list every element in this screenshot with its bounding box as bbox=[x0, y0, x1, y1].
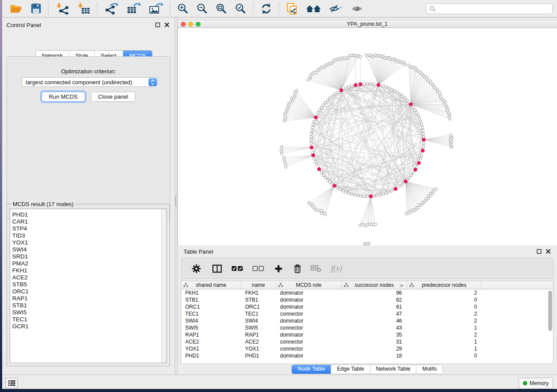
column-type-icon bbox=[183, 283, 188, 287]
mcds-result-item[interactable]: SWI5 bbox=[10, 309, 166, 316]
open-folder-icon bbox=[10, 3, 23, 14]
network-canvas[interactable] bbox=[177, 28, 557, 245]
delete-column-button[interactable] bbox=[293, 264, 302, 273]
mcds-result-item[interactable]: STB5 bbox=[10, 281, 166, 288]
zoom-selected-button[interactable] bbox=[234, 2, 247, 15]
mcds-result-item[interactable]: PHD1 bbox=[10, 211, 166, 218]
mcds-result-item[interactable]: STP4 bbox=[10, 225, 166, 232]
column-header-mcds-role[interactable]: MCDS role bbox=[276, 281, 342, 289]
table-panel-title: Table Panel bbox=[183, 248, 213, 255]
table-cell: 61 bbox=[342, 304, 407, 310]
table-row[interactable]: YOX1YOX1connector291 bbox=[181, 345, 553, 352]
close-panel-button[interactable]: Close panel bbox=[91, 92, 136, 102]
mcds-result-item[interactable]: YOX1 bbox=[10, 239, 166, 246]
mcds-result-item[interactable]: PMA2 bbox=[10, 260, 166, 267]
table-cell: TEC1 bbox=[241, 311, 276, 317]
open-file-button[interactable] bbox=[9, 2, 24, 15]
main-toolbar bbox=[2, 0, 557, 17]
float-panel-icon[interactable] bbox=[536, 249, 542, 254]
criterion-dropdown[interactable]: largest connected component (undirected) bbox=[22, 77, 158, 87]
table-row[interactable]: ORC1ORC1dominator610 bbox=[181, 303, 553, 310]
table-settings-button[interactable] bbox=[192, 264, 201, 273]
save-session-button[interactable] bbox=[30, 2, 42, 15]
sort-descending-icon[interactable] bbox=[400, 284, 404, 287]
import-table-button[interactable] bbox=[76, 2, 91, 15]
show-details-button[interactable] bbox=[349, 3, 364, 14]
table-cell: SWI4 bbox=[181, 318, 241, 324]
table-row[interactable]: TEC1TEC1connector472 bbox=[181, 310, 553, 317]
mcds-result-item[interactable]: CAR1 bbox=[10, 218, 166, 225]
mcds-result-item[interactable]: SRD1 bbox=[10, 253, 166, 260]
table-cell: 2 bbox=[407, 311, 481, 317]
hide-details-button[interactable] bbox=[329, 3, 343, 15]
zoom-in-button[interactable] bbox=[176, 2, 190, 15]
horizontal-splitter-grip[interactable] bbox=[363, 242, 370, 245]
apply-function-icon[interactable]: f(x) bbox=[331, 264, 342, 273]
run-mcds-button[interactable]: Run MCDS bbox=[42, 92, 85, 102]
delete-table-button[interactable] bbox=[311, 265, 322, 272]
mcds-result-item[interactable]: TEC1 bbox=[10, 316, 166, 323]
trash-icon bbox=[293, 264, 302, 273]
table-row[interactable]: RAP1RAP1dominator352 bbox=[181, 331, 553, 338]
table-cell: 46 bbox=[342, 318, 407, 324]
search-icon bbox=[429, 6, 436, 12]
deselect-all-button[interactable] bbox=[253, 266, 264, 271]
table-row[interactable]: FKH1FKH1dominator962 bbox=[181, 289, 553, 296]
mcds-result-item[interactable]: ORC1 bbox=[10, 288, 166, 295]
duplicate-network-button[interactable] bbox=[285, 2, 299, 16]
select-all-button[interactable] bbox=[232, 266, 243, 271]
column-header-name[interactable]: name bbox=[241, 281, 276, 289]
memory-button[interactable]: Memory bbox=[519, 378, 553, 389]
mcds-result-item[interactable]: ACE2 bbox=[10, 274, 166, 281]
network-graph[interactable] bbox=[178, 28, 557, 245]
float-panel-icon[interactable] bbox=[155, 22, 160, 28]
import-network-button[interactable] bbox=[55, 2, 70, 15]
table-row[interactable]: SWI4SWI4dominator462 bbox=[181, 317, 553, 324]
mcds-result-list: PHD1CAR1STP4TID3YOX1SWI4SRD1PMA2FKH1ACE2… bbox=[10, 209, 166, 330]
export-network-button[interactable] bbox=[104, 2, 120, 15]
close-panel-icon[interactable] bbox=[546, 249, 551, 254]
table-cell: STB1 bbox=[181, 297, 241, 303]
mcds-result-item[interactable]: STB1 bbox=[10, 302, 166, 309]
table-row[interactable]: SWI5SWI5connector431 bbox=[181, 324, 553, 331]
tab-edge-table[interactable]: Edge Table bbox=[331, 365, 370, 374]
export-table-button[interactable] bbox=[126, 2, 142, 15]
save-icon bbox=[31, 3, 42, 14]
table-cell: 62 bbox=[342, 297, 407, 303]
table-cell: STB1 bbox=[241, 297, 276, 303]
tab-network-table[interactable]: Network Table bbox=[370, 365, 417, 374]
mcds-result-item[interactable]: SWI4 bbox=[10, 246, 166, 253]
column-header-predecessor-nodes[interactable]: predecessor nodes bbox=[407, 281, 481, 289]
table-cell: dominator bbox=[276, 297, 342, 303]
network-window-titlebar[interactable]: YPA_prune.txt_1 bbox=[177, 20, 557, 28]
mcds-result-listbox: PHD1CAR1STP4TID3YOX1SWI4SRD1PMA2FKH1ACE2… bbox=[10, 209, 167, 363]
deselect-all-icon bbox=[253, 266, 264, 271]
mcds-result-item[interactable]: TID3 bbox=[10, 232, 166, 239]
add-column-button[interactable] bbox=[274, 265, 283, 273]
column-header-shared-name[interactable]: shared name bbox=[181, 281, 241, 289]
column-header-successor-nodes[interactable]: successor nodes bbox=[342, 281, 407, 289]
table-row[interactable]: ACE2ACE2connector311 bbox=[181, 338, 553, 345]
tab-node-table[interactable]: Node Table bbox=[292, 365, 331, 374]
zoom-fit-button[interactable] bbox=[215, 2, 228, 15]
search-field[interactable] bbox=[426, 3, 553, 14]
refresh-view-button[interactable] bbox=[259, 2, 273, 15]
table-row[interactable]: STB1STB1dominator620 bbox=[181, 296, 553, 303]
mcds-result-item[interactable]: GCR1 bbox=[10, 323, 166, 330]
search-input[interactable] bbox=[438, 5, 552, 12]
show-all-networks-button[interactable] bbox=[305, 3, 322, 15]
table-scrollbar-thumb[interactable] bbox=[548, 291, 552, 331]
mcds-result-scrollbar[interactable] bbox=[161, 209, 166, 363]
table-cell: 0 bbox=[407, 304, 481, 310]
close-panel-icon[interactable] bbox=[164, 22, 170, 28]
task-history-button[interactable] bbox=[5, 378, 18, 389]
mcds-result-group: MCDS result (17 nodes) PHD1CAR1STP4TID3Y… bbox=[7, 204, 170, 366]
table-row[interactable]: PHD1PHD1dominator180 bbox=[181, 352, 553, 359]
split-panel-button[interactable] bbox=[212, 265, 222, 273]
mcds-result-item[interactable]: RAP1 bbox=[10, 295, 166, 302]
mcds-result-item[interactable]: FKH1 bbox=[10, 267, 166, 274]
zoom-out-button[interactable] bbox=[196, 2, 209, 15]
tab-motifs[interactable]: Motifs bbox=[416, 365, 442, 374]
toolbar-separator bbox=[170, 3, 171, 15]
export-image-button[interactable] bbox=[148, 2, 164, 15]
